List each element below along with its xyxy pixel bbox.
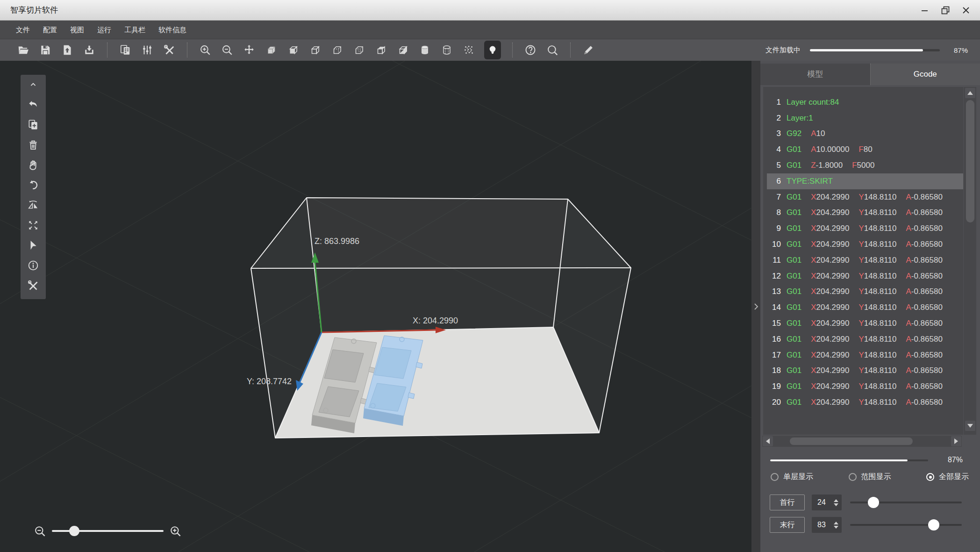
gcode-line[interactable]: 1Layer count:84 bbox=[767, 94, 963, 110]
repair-tools-button[interactable] bbox=[26, 280, 40, 292]
undo-button[interactable] bbox=[26, 99, 40, 111]
viewport-3d[interactable]: Z: 863.9986 X: 204.2990 Y: 208.7742 bbox=[0, 61, 751, 552]
mirror-flip-button[interactable] bbox=[26, 199, 40, 211]
menu-item-3[interactable]: 视图 bbox=[64, 21, 91, 39]
gcode-line[interactable]: 17G01X204.2990Y148.8110A-0.86580 bbox=[767, 347, 963, 363]
first-line-button[interactable]: 首行 bbox=[770, 495, 805, 510]
view-points-button[interactable] bbox=[462, 43, 475, 57]
last-line-button[interactable]: 末行 bbox=[770, 517, 805, 533]
gcode-line[interactable]: 10G01X204.2990Y148.8110A-0.86580 bbox=[767, 237, 963, 252]
spinner-up-icon[interactable] bbox=[834, 522, 838, 524]
import-file-button[interactable] bbox=[61, 43, 74, 57]
gcode-line[interactable]: 11G01X204.2990Y148.8110A-0.86580 bbox=[767, 252, 963, 268]
scroll-right-button[interactable] bbox=[951, 436, 961, 446]
gcode-vertical-scrollbar[interactable] bbox=[963, 87, 976, 435]
view-cylinder-wire-button[interactable] bbox=[440, 43, 453, 57]
view-cube-wire-button[interactable] bbox=[308, 43, 322, 57]
zoom-in-icon[interactable] bbox=[169, 525, 182, 538]
adjust-sliders-button[interactable] bbox=[141, 43, 154, 57]
duplicate-button[interactable] bbox=[119, 43, 132, 57]
view-cube-dashed-button[interactable] bbox=[330, 43, 343, 57]
vertical-scroll-thumb[interactable] bbox=[966, 100, 974, 222]
light-bulb-button[interactable] bbox=[484, 41, 501, 59]
view-cube-half-button[interactable] bbox=[396, 43, 409, 57]
pen-button[interactable] bbox=[582, 43, 595, 57]
last-line-slider-thumb[interactable] bbox=[928, 519, 939, 530]
gcode-line[interactable]: 4G01A10.00000F80 bbox=[767, 142, 963, 158]
radio-display-mode-1[interactable]: 单层显示 bbox=[771, 472, 813, 482]
gcode-horizontal-scrollbar[interactable] bbox=[762, 436, 962, 447]
panel-collapse-handle[interactable] bbox=[751, 61, 760, 552]
gcode-line[interactable]: 20G01X204.2990Y148.8110A-0.86580 bbox=[767, 394, 963, 410]
radio-display-mode-2[interactable]: 范围显示 bbox=[849, 472, 891, 482]
help-button[interactable] bbox=[524, 43, 537, 57]
gcode-line[interactable]: 18G01X204.2990Y148.8110A-0.86580 bbox=[767, 363, 963, 379]
last-line-slider-track[interactable] bbox=[850, 524, 962, 526]
last-line-spinner[interactable]: 83 bbox=[812, 517, 842, 533]
radio-circle-icon[interactable] bbox=[771, 473, 779, 481]
gcode-line[interactable]: 3G92A10 bbox=[767, 126, 963, 142]
gcode-line[interactable]: 2Layer:1 bbox=[767, 110, 963, 126]
info-button[interactable] bbox=[26, 259, 40, 272]
gcode-line[interactable]: 16G01X204.2990Y148.8110A-0.86580 bbox=[767, 331, 963, 347]
first-line-slider-thumb[interactable] bbox=[868, 497, 879, 508]
zoom-out-icon[interactable] bbox=[34, 525, 46, 538]
scroll-left-button[interactable] bbox=[763, 436, 773, 446]
spinner-arrows[interactable] bbox=[834, 495, 838, 510]
trash-button[interactable] bbox=[26, 139, 40, 151]
gcode-line[interactable]: 7G01X204.2990Y148.8110A-0.86580 bbox=[767, 189, 963, 205]
tools-button[interactable] bbox=[163, 43, 176, 57]
open-file-button[interactable] bbox=[17, 43, 30, 57]
scroll-down-button[interactable] bbox=[965, 421, 975, 431]
first-line-spinner[interactable]: 24 bbox=[812, 495, 842, 510]
gcode-line[interactable]: 12G01X204.2990Y148.8110A-0.86580 bbox=[767, 268, 963, 284]
gcode-line[interactable]: 8G01X204.2990Y148.8110A-0.86580 bbox=[767, 205, 963, 221]
last-line-slider[interactable] bbox=[850, 517, 962, 533]
duplicate-add-button[interactable] bbox=[26, 119, 40, 131]
menu-item-5[interactable]: 工具栏 bbox=[118, 21, 152, 39]
gcode-line[interactable]: 15G01X204.2990Y148.8110A-0.86580 bbox=[767, 315, 963, 331]
panel-progress-track[interactable] bbox=[770, 459, 928, 461]
gcode-line[interactable]: 13G01X204.2990Y148.8110A-0.86580 bbox=[767, 284, 963, 300]
view-cube-open-button[interactable] bbox=[374, 43, 387, 57]
zoom-slider-track[interactable] bbox=[52, 530, 164, 532]
radio-display-mode-3[interactable]: 全部显示 bbox=[926, 472, 969, 482]
zoom-in-button[interactable] bbox=[199, 43, 212, 57]
gcode-line[interactable]: 6TYPE:SKIRT bbox=[767, 173, 963, 189]
minimize-button[interactable] bbox=[915, 0, 935, 21]
menu-item-1[interactable]: 文件 bbox=[9, 21, 36, 39]
menu-item-2[interactable]: 配置 bbox=[36, 21, 64, 39]
gcode-line[interactable]: 5G01Z-1.8000F5000 bbox=[767, 158, 963, 173]
spinner-arrows[interactable] bbox=[834, 517, 838, 533]
spinner-up-icon[interactable] bbox=[834, 499, 838, 502]
view-cube-left-button[interactable] bbox=[286, 43, 300, 57]
move-button[interactable] bbox=[243, 43, 256, 57]
view-cylinder-button[interactable] bbox=[418, 43, 431, 57]
restore-button[interactable] bbox=[935, 0, 956, 21]
save-file-button[interactable] bbox=[39, 43, 52, 57]
spinner-down-icon[interactable] bbox=[834, 503, 838, 506]
rotate-ccw-button[interactable] bbox=[26, 179, 40, 191]
horizontal-scroll-thumb[interactable] bbox=[790, 437, 913, 445]
scroll-up-button[interactable] bbox=[965, 88, 975, 98]
zoom-out-button[interactable] bbox=[221, 43, 234, 57]
menu-item-6[interactable]: 软件信息 bbox=[152, 21, 193, 39]
radio-circle-icon[interactable] bbox=[926, 473, 934, 481]
gcode-line[interactable]: 14G01X204.2990Y148.8110A-0.86580 bbox=[767, 300, 963, 315]
spinner-down-icon[interactable] bbox=[834, 526, 838, 529]
zoom-slider[interactable] bbox=[52, 524, 164, 538]
select-cursor-button[interactable] bbox=[26, 239, 40, 251]
fit-view-button[interactable] bbox=[26, 219, 40, 231]
menu-item-4[interactable]: 运行 bbox=[91, 21, 118, 39]
gcode-line[interactable]: 19G01X204.2990Y148.8110A-0.86580 bbox=[767, 379, 963, 394]
tab-model[interactable]: 模型 bbox=[760, 64, 870, 85]
view-cube-solid-button[interactable] bbox=[265, 43, 278, 57]
radio-circle-icon[interactable] bbox=[849, 473, 857, 481]
close-button[interactable] bbox=[956, 0, 976, 21]
first-line-slider[interactable] bbox=[850, 495, 962, 510]
first-line-slider-track[interactable] bbox=[850, 502, 962, 503]
hand-pan-button[interactable] bbox=[26, 159, 40, 171]
tab-gcode[interactable]: Gcode bbox=[870, 64, 980, 85]
view-cube-dotted-button[interactable] bbox=[352, 43, 365, 57]
search-button[interactable] bbox=[546, 43, 559, 57]
